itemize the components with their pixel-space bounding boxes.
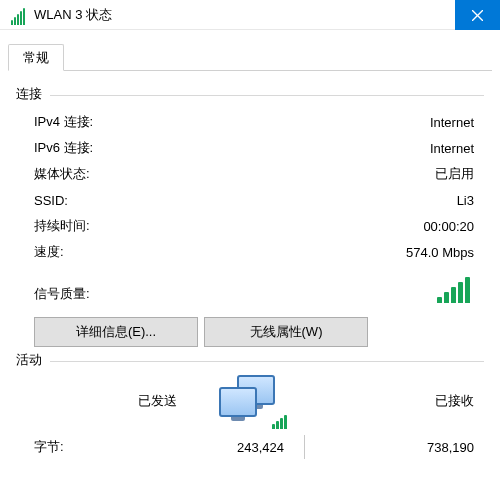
speed-label: 速度: bbox=[34, 243, 64, 261]
ipv6-value: Internet bbox=[430, 141, 474, 156]
ssid-label: SSID: bbox=[34, 193, 68, 208]
speed-value: 574.0 Mbps bbox=[406, 245, 474, 260]
activity-group: 活动 已发送 已 bbox=[16, 351, 484, 459]
details-button[interactable]: 详细信息(E)... bbox=[34, 317, 198, 347]
activity-bytes-row: 字节: 243,424 738,190 bbox=[16, 429, 484, 459]
ipv4-label: IPv4 连接: bbox=[34, 113, 93, 131]
divider bbox=[50, 95, 484, 96]
tab-general[interactable]: 常规 bbox=[8, 44, 64, 71]
media-state-value: 已启用 bbox=[435, 165, 474, 183]
divider bbox=[50, 361, 484, 362]
ipv4-value: Internet bbox=[430, 115, 474, 130]
activity-bytes-label: 字节: bbox=[34, 438, 134, 456]
wireless-properties-button-label: 无线属性(W) bbox=[250, 324, 323, 339]
activity-group-title: 活动 bbox=[16, 351, 42, 369]
connection-group: 连接 IPv4 连接: Internet IPv6 连接: Internet 媒… bbox=[16, 85, 484, 347]
ipv6-label: IPv6 连接: bbox=[34, 139, 93, 157]
network-activity-monitors-icon bbox=[215, 375, 285, 427]
duration-label: 持续时间: bbox=[34, 217, 90, 235]
wireless-properties-button[interactable]: 无线属性(W) bbox=[204, 317, 368, 347]
signal-quality-label: 信号质量: bbox=[34, 285, 90, 303]
close-icon bbox=[472, 10, 483, 21]
signal-quality-icon bbox=[437, 277, 470, 303]
titlebar: WLAN 3 状态 bbox=[0, 0, 500, 30]
duration-value: 00:00:20 bbox=[423, 219, 474, 234]
media-state-label: 媒体状态: bbox=[34, 165, 90, 183]
tab-panel-general: 连接 IPv4 连接: Internet IPv6 连接: Internet 媒… bbox=[8, 71, 492, 459]
tabstrip: 常规 bbox=[8, 44, 492, 71]
ssid-value: Li3 bbox=[457, 193, 474, 208]
activity-bytes-sent-value: 243,424 bbox=[134, 440, 290, 455]
tab-general-label: 常规 bbox=[23, 49, 49, 67]
window-title: WLAN 3 状态 bbox=[34, 6, 112, 24]
client-area: 常规 连接 IPv4 连接: Internet IPv6 连接: Interne… bbox=[0, 30, 500, 467]
activity-received-label: 已接收 bbox=[305, 392, 484, 410]
activity-sent-label: 已发送 bbox=[16, 392, 195, 410]
activity-bytes-received-value: 738,190 bbox=[318, 440, 474, 455]
divider bbox=[304, 435, 305, 459]
connection-group-title: 连接 bbox=[16, 85, 42, 103]
signal-strength-icon bbox=[8, 5, 28, 25]
close-button[interactable] bbox=[455, 0, 500, 30]
details-button-label: 详细信息(E)... bbox=[76, 324, 156, 339]
